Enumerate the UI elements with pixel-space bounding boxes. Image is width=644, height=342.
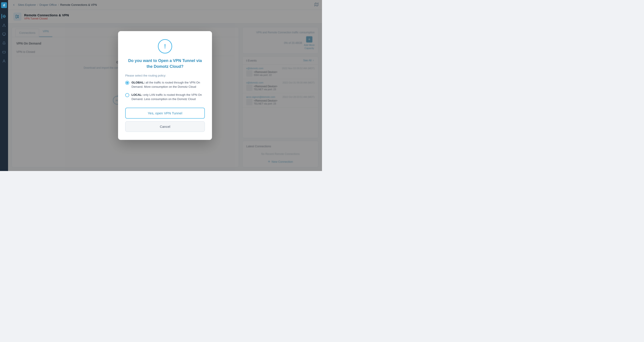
modal-title: Do you want to Open a VPN Tunnel via the… <box>125 58 205 69</box>
sidebar-item-nodes[interactable] <box>2 23 6 28</box>
modal-warning-icon: ! <box>158 39 172 54</box>
radio-option-global[interactable]: GLOBAL: all the traffic is routed throug… <box>125 80 205 89</box>
radio-option-local[interactable]: LOCAL: only LAN traffic is routed throug… <box>125 93 205 101</box>
vpn-tunnel-modal: ! Do you want to Open a VPN Tunnel via t… <box>118 31 212 140</box>
sidebar-item-monitor[interactable] <box>2 32 6 37</box>
sidebar-item-ticket[interactable] <box>2 50 6 55</box>
svg-line-7 <box>4 25 5 26</box>
sidebar-item-globe[interactable] <box>2 14 6 19</box>
svg-point-5 <box>5 26 5 27</box>
sidebar: d <box>0 0 8 171</box>
sidebar-item-user[interactable] <box>2 59 6 64</box>
svg-point-12 <box>3 60 4 61</box>
radio-local[interactable] <box>125 93 129 97</box>
modal-overlay: ! Do you want to Open a VPN Tunnel via t… <box>8 0 322 171</box>
radio-global[interactable] <box>125 81 129 85</box>
sidebar-item-bell[interactable] <box>2 41 6 46</box>
app-logo[interactable]: d <box>1 2 7 8</box>
svg-point-3 <box>4 24 4 25</box>
modal-subtitle: Please select the routing policy: <box>125 74 166 77</box>
radio-local-label: LOCAL: only LAN traffic is routed throug… <box>132 93 205 101</box>
svg-line-6 <box>3 25 4 26</box>
svg-rect-8 <box>2 33 5 35</box>
exclamation-mark: ! <box>164 43 166 50</box>
confirm-vpn-button[interactable]: Yes, open VPN Tunnel <box>125 108 205 119</box>
svg-point-4 <box>3 26 3 27</box>
routing-policy-group: GLOBAL: all the traffic is routed throug… <box>125 80 205 101</box>
radio-global-label: GLOBAL: all the traffic is routed throug… <box>132 80 205 89</box>
main-content: Sites Explorer / Draper Office / Remote … <box>8 0 322 171</box>
cancel-button[interactable]: Cancel <box>125 121 205 132</box>
